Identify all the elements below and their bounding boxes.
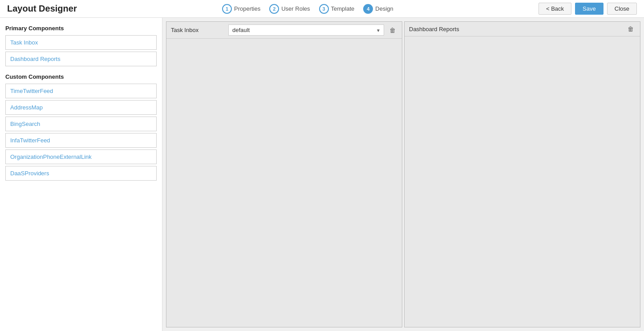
task-inbox-panel-body [166, 39, 402, 327]
step-4[interactable]: 4 Design [363, 4, 393, 14]
task-inbox-dropdown-area: default 🗑 [228, 24, 397, 36]
save-button[interactable]: Save [575, 3, 603, 15]
step-3[interactable]: 3 Template [319, 4, 355, 14]
list-item[interactable]: Dashboard Reports [5, 52, 157, 66]
list-item[interactable]: DaaSProviders [5, 166, 157, 181]
task-inbox-delete-icon[interactable]: 🗑 [388, 26, 397, 35]
sidebar: Primary Components Task Inbox Dashboard … [0, 18, 162, 331]
step-2[interactable]: 2 User Roles [269, 4, 310, 14]
primary-section-title: Primary Components [5, 25, 157, 32]
task-inbox-panel: Task Inbox default 🗑 [166, 21, 402, 327]
close-button[interactable]: Close [607, 3, 637, 15]
wizard-steps: 1 Properties 2 User Roles 3 Template 4 D… [222, 4, 393, 14]
task-inbox-select-wrapper[interactable]: default [228, 24, 384, 36]
step-3-label: Template [331, 5, 355, 12]
task-inbox-panel-header: Task Inbox default 🗑 [166, 22, 402, 39]
dashboard-reports-delete-icon[interactable]: 🗑 [626, 24, 636, 33]
custom-section-title: Custom Components [5, 73, 157, 80]
step-4-circle: 4 [363, 4, 373, 14]
step-1[interactable]: 1 Properties [222, 4, 260, 14]
dashboard-reports-panel: Dashboard Reports 🗑 [404, 21, 640, 327]
step-1-circle: 1 [222, 4, 232, 14]
step-4-label: Design [375, 5, 393, 12]
step-3-circle: 3 [319, 4, 329, 14]
dashboard-reports-panel-title: Dashboard Reports [409, 26, 459, 32]
main-content: Task Inbox default 🗑 Dashboard Reports 🗑 [162, 18, 644, 331]
header-buttons: < Back Save Close [539, 3, 637, 15]
list-item[interactable]: AddressMap [5, 100, 157, 115]
header: Layout Designer 1 Properties 2 User Role… [0, 0, 644, 18]
list-item[interactable]: Task Inbox [5, 35, 157, 50]
step-2-label: User Roles [281, 5, 310, 12]
step-2-circle: 2 [269, 4, 279, 14]
custom-components-section: Custom Components TimeTwitterFeed Addres… [5, 73, 157, 181]
task-inbox-select[interactable]: default [228, 24, 384, 36]
primary-components-section: Primary Components Task Inbox Dashboard … [5, 25, 157, 66]
body: Primary Components Task Inbox Dashboard … [0, 18, 644, 331]
list-item[interactable]: TimeTwitterFeed [5, 84, 157, 98]
dashboard-reports-panel-header: Dashboard Reports 🗑 [405, 22, 640, 36]
list-item[interactable]: BingSearch [5, 117, 157, 131]
list-item[interactable]: OrganizationPhoneExternalLink [5, 149, 157, 164]
app-title: Layout Designer [7, 4, 77, 14]
list-item[interactable]: InfaTwitterFeed [5, 133, 157, 148]
step-1-label: Properties [234, 5, 260, 12]
back-button[interactable]: < Back [539, 3, 571, 15]
dashboard-reports-panel-body [405, 36, 640, 327]
task-inbox-panel-title: Task Inbox [171, 27, 198, 33]
